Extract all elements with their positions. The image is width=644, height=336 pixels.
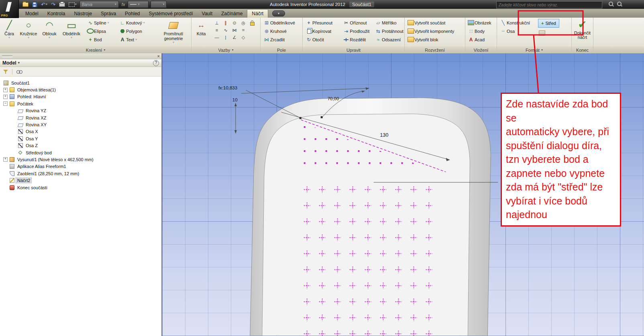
insert-acad-button[interactable]: A Acad bbox=[467, 36, 496, 43]
construction-toggle-button[interactable]: ╲ Konstrukční bbox=[499, 19, 537, 26]
offset-button[interactable]: ≈ Odsazení bbox=[375, 36, 404, 43]
driven-dimension-button[interactable] bbox=[537, 30, 559, 36]
circular-pattern-button[interactable]: ⊛ Kruhové bbox=[263, 28, 302, 34]
search-scope-icon[interactable] bbox=[609, 2, 613, 6]
browser-header[interactable]: Model ▾ ? bbox=[0, 59, 161, 67]
stretch-button[interactable]: ⇆ Protáhnout bbox=[375, 28, 404, 34]
redo-button[interactable]: ↷ bbox=[50, 1, 56, 8]
spline-button[interactable]: ∿ Spline ▾ bbox=[87, 19, 119, 26]
rectangle-button[interactable]: ▭ Obdélník ▾ bbox=[59, 18, 84, 45]
filter-icon[interactable] bbox=[3, 69, 8, 74]
chevron-down-icon[interactable]: ▾ bbox=[28, 36, 29, 39]
print-button[interactable] bbox=[58, 1, 66, 8]
horizontal-constraint-icon[interactable]: ― bbox=[212, 34, 221, 41]
tree-item-rovina-xy[interactable]: Rovina XY bbox=[0, 121, 161, 128]
fillet-button[interactable]: ∟ Koutový ▾ bbox=[119, 19, 154, 26]
rotate-button[interactable]: ↻ Otočit bbox=[305, 36, 342, 43]
close-icon[interactable]: × bbox=[157, 54, 160, 58]
panel-label-upravit[interactable]: Upravit bbox=[303, 47, 404, 53]
mirror-button[interactable]: ⋈ Zrcadlit bbox=[263, 36, 302, 43]
ellipse-button[interactable]: Elipsa bbox=[87, 28, 119, 34]
tree-item-vysunuti1[interactable]: + Vysunutí1 (Nové těleso x 462,500 mm) bbox=[0, 156, 161, 163]
make-components-button[interactable]: Vytvořit komponenty bbox=[407, 28, 464, 34]
tangent-constraint-icon[interactable]: ⊙ bbox=[230, 19, 239, 26]
chevron-down-icon[interactable]: ▾ bbox=[143, 21, 145, 24]
tree-item-pocatek[interactable]: − Počátek bbox=[0, 100, 161, 107]
dimension-line-top[interactable] bbox=[241, 88, 369, 93]
expander-icon[interactable]: + bbox=[3, 95, 8, 99]
expander-icon[interactable]: + bbox=[3, 88, 8, 92]
panel-label-format[interactable]: Formát▾ bbox=[497, 47, 571, 53]
find-icon[interactable] bbox=[16, 70, 22, 74]
dimension-text-70[interactable]: 70,00 bbox=[328, 96, 339, 101]
tree-item-osa-x[interactable]: Osa X bbox=[0, 128, 161, 135]
chevron-down-icon[interactable]: ▾ bbox=[115, 3, 116, 6]
search-input[interactable] bbox=[496, 1, 602, 8]
chevron-down-icon[interactable]: ▾ bbox=[108, 21, 109, 24]
ribbon-options-button[interactable]: ▾ bbox=[272, 10, 285, 16]
tab-vault[interactable]: Vault bbox=[198, 9, 217, 18]
chevron-down-icon[interactable]: ▾ bbox=[163, 3, 164, 6]
panel-label-vlozeni[interactable]: Vložení bbox=[465, 47, 497, 53]
insert-points-button[interactable]: ∷ Body bbox=[467, 28, 496, 34]
finish-sketch-button[interactable]: Dokončit náčrt bbox=[573, 31, 593, 40]
vertical-constraint-icon[interactable]: | bbox=[221, 34, 230, 41]
collinear-constraint-icon[interactable]: ≡ bbox=[212, 26, 221, 34]
search-icon[interactable] bbox=[617, 2, 622, 6]
panel-label-kresleni[interactable]: Kreslení▾ bbox=[0, 47, 191, 53]
rectangular-pattern-button[interactable]: ⊞ Obdélníkové bbox=[263, 19, 302, 26]
chevron-down-icon[interactable]: ▾ bbox=[75, 3, 77, 6]
tab-sprava[interactable]: Správa bbox=[96, 9, 120, 18]
point-button[interactable]: + Bod bbox=[87, 36, 119, 43]
chevron-down-icon[interactable]: ▾ bbox=[173, 41, 174, 44]
tab-nacrt[interactable]: Náčrt bbox=[247, 9, 268, 18]
parallel-constraint-icon[interactable]: ∥ bbox=[221, 19, 230, 26]
color-dropdown[interactable]: Barva▾ bbox=[79, 1, 119, 8]
dimension-text-130[interactable]: 130 bbox=[380, 132, 389, 138]
smooth-constraint-icon[interactable]: ∿ bbox=[221, 26, 230, 34]
perpendicular-constraint-icon[interactable]: ⊥ bbox=[212, 19, 221, 26]
chevron-down-icon[interactable]: ▾ bbox=[71, 36, 72, 39]
tab-kontrola[interactable]: Kontrola bbox=[43, 9, 70, 18]
project-geometry-button[interactable]: Promítnutí geometrie ▾ bbox=[157, 18, 190, 45]
tree-item-pohled-hlavni[interactable]: + Pohled: Hlavní bbox=[0, 93, 161, 100]
line-style-dropdown[interactable]: ▾ bbox=[128, 1, 149, 8]
chevron-down-icon[interactable]: ▾ bbox=[46, 3, 47, 6]
help-icon[interactable]: ? bbox=[153, 60, 159, 66]
polygon-button[interactable]: Polygon bbox=[119, 28, 154, 34]
tree-item-nacrt2[interactable]: Náčrt2 bbox=[0, 177, 161, 184]
centerpoint-toggle-button[interactable]: + Střed bbox=[538, 19, 559, 28]
tab-model[interactable]: Model bbox=[21, 9, 43, 18]
tab-systemove-prostredi[interactable]: Systémové prostředí bbox=[144, 9, 197, 18]
dimension-text-fx[interactable]: fx:10,833 bbox=[218, 85, 237, 90]
concentric-constraint-icon[interactable]: ◎ bbox=[239, 19, 248, 26]
tree-item-osa-y[interactable]: Osa Y bbox=[0, 135, 161, 142]
scale-button[interactable]: ▱ Měřítko bbox=[375, 19, 404, 26]
chevron-down-icon[interactable]: ▾ bbox=[135, 38, 137, 41]
coincident-constraint-icon[interactable]: ◇ bbox=[239, 34, 248, 41]
sketch-point[interactable] bbox=[300, 117, 302, 119]
save-button[interactable] bbox=[31, 1, 38, 8]
appearance-dropdown[interactable]: ▾ bbox=[151, 1, 167, 8]
tree-item-osa-z[interactable]: Osa Z bbox=[0, 142, 161, 149]
line-button[interactable]: ╱ Čára ▾ bbox=[1, 18, 18, 45]
panel-label-konec[interactable]: Konec bbox=[572, 47, 593, 53]
chevron-down-icon[interactable]: ▾ bbox=[8, 36, 10, 39]
circle-button[interactable]: ○ Kružnice ▾ bbox=[18, 18, 39, 45]
undo-button[interactable]: ↶▾ bbox=[40, 1, 48, 8]
move-button[interactable]: + Přesunout bbox=[305, 19, 342, 26]
tree-item-zaobleni1[interactable]: Zaoblení1 (28,250 mm, 12 mm) bbox=[0, 170, 161, 177]
chevron-down-icon[interactable]: ▾ bbox=[18, 61, 20, 65]
tree-item-soucast1[interactable]: Součást1 bbox=[0, 79, 161, 86]
tree-item-rovina-yz[interactable]: Rovina YZ bbox=[0, 107, 161, 114]
fix-constraint-icon[interactable]: ∠ bbox=[230, 34, 239, 41]
symmetric-constraint-icon[interactable]: ⋈ bbox=[230, 26, 239, 34]
split-button[interactable]: Rozdělit bbox=[342, 36, 375, 43]
panel-label-rozvrzeni[interactable]: Rozvržení bbox=[405, 47, 465, 53]
tab-zaciname[interactable]: Začínáme bbox=[217, 9, 247, 18]
arc-button[interactable]: ◠ Oblouk ▾ bbox=[39, 18, 59, 45]
dimension-text-10[interactable]: 10 bbox=[232, 97, 238, 102]
tab-pohled[interactable]: Pohled bbox=[120, 9, 144, 18]
equal-constraint-icon[interactable]: = bbox=[239, 26, 248, 34]
extend-button[interactable]: ⇥ Prodloužit bbox=[342, 28, 375, 34]
